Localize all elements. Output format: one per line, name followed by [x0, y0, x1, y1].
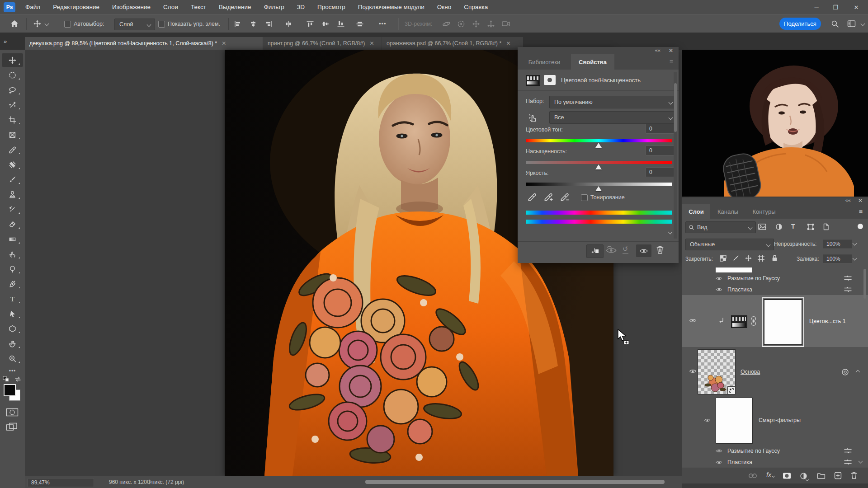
eyedropper-sample-button[interactable]: [528, 192, 537, 202]
tab-properties[interactable]: Свойства: [571, 54, 614, 70]
lock-transparency-icon[interactable]: [720, 255, 726, 262]
filter-blend-options-icon[interactable]: [844, 459, 852, 465]
opacity-input[interactable]: 100%: [823, 239, 852, 249]
colorize-checkbox[interactable]: [581, 194, 588, 201]
layer-row-base[interactable]: Основа: [682, 348, 868, 395]
new-layer-button[interactable]: [834, 472, 842, 479]
window-minimize-button[interactable]: ─: [807, 0, 826, 14]
filtering-toggle[interactable]: [858, 224, 863, 229]
smart-filters-row[interactable]: Смарт-фильтры: [682, 396, 868, 444]
document-tab-3[interactable]: оранжевая.psd @ 66,7% (Слой 1, RGB/8#) *…: [382, 37, 523, 50]
eraser-tool[interactable]: [2, 217, 23, 231]
visibility-toggle[interactable]: [713, 287, 725, 292]
more-options-button[interactable]: •••: [379, 20, 387, 27]
filter-mask-thumbnail[interactable]: [716, 398, 753, 444]
pen-tool[interactable]: [2, 277, 23, 291]
tab-close-icon[interactable]: ✕: [506, 40, 510, 47]
marquee-tool[interactable]: [2, 68, 23, 82]
align-left-button[interactable]: [234, 21, 241, 27]
layer-name[interactable]: Основа: [741, 369, 760, 375]
adjustment-layer-thumbnail[interactable]: [731, 315, 747, 328]
menu-image[interactable]: Изображение: [106, 0, 157, 14]
hue-slider-track[interactable]: [526, 139, 672, 142]
preset-dropdown[interactable]: По умолчанию: [549, 96, 677, 108]
collapse-panel-icon[interactable]: ««: [655, 47, 660, 53]
opacity-chevron-icon[interactable]: [853, 241, 857, 246]
smart-filters-indicator-icon[interactable]: [841, 368, 849, 376]
screen-mode-button[interactable]: [6, 422, 18, 432]
eyedropper-subtract-button[interactable]: [560, 192, 569, 202]
scroll-down-icon[interactable]: [668, 230, 673, 235]
show-transform-controls-checkbox[interactable]: [158, 21, 165, 28]
share-button[interactable]: Поделиться: [779, 18, 821, 30]
targeted-adjustment-icon[interactable]: [527, 112, 537, 122]
menu-filter[interactable]: Фильтр: [257, 0, 290, 14]
workspace-chevron-icon[interactable]: [861, 22, 865, 26]
filter-shape-layers-icon[interactable]: [807, 223, 814, 230]
saturation-slider-thumb[interactable]: [595, 164, 602, 169]
filter-smart-objects-icon[interactable]: [823, 223, 829, 230]
saturation-value-input[interactable]: 0: [646, 145, 675, 155]
align-bottom-button[interactable]: [337, 21, 344, 27]
clone-stamp-tool[interactable]: [2, 188, 23, 201]
saturation-slider-track[interactable]: [526, 161, 672, 164]
add-adjustment-button[interactable]: [800, 472, 807, 480]
path-selection-tool[interactable]: [2, 307, 23, 320]
delete-adjustment-button[interactable]: [656, 245, 664, 254]
lightness-value-input[interactable]: 0: [646, 167, 675, 177]
layer-thumbnail[interactable]: [698, 349, 736, 394]
close-panel-icon[interactable]: ✕: [858, 197, 863, 204]
object-selection-tool[interactable]: [2, 98, 23, 112]
properties-scrollbar[interactable]: [674, 72, 677, 239]
visibility-toggle[interactable]: [689, 318, 697, 323]
search-button[interactable]: [831, 20, 839, 28]
tab-layers[interactable]: Слои: [682, 204, 710, 219]
zoom-level-input[interactable]: 89,47%: [28, 478, 94, 487]
distribute-h-button[interactable]: [285, 21, 292, 27]
toggle-visibility-button[interactable]: [636, 244, 651, 257]
crop-tool[interactable]: [2, 113, 23, 127]
gradient-tool[interactable]: [2, 232, 23, 246]
document-tab-2[interactable]: принт.png @ 66,7% (Слой 1, RGB/8#)✕: [263, 37, 386, 50]
history-brush-tool[interactable]: [2, 202, 23, 216]
document-tab-active[interactable]: девушка.png @ 89,5% (Цветовой тон/Насыще…: [25, 37, 267, 50]
filter-adjustment-layers-icon[interactable]: [775, 223, 783, 230]
fill-chevron-icon[interactable]: [853, 256, 857, 261]
move-tool[interactable]: [2, 53, 23, 67]
lightness-slider-thumb[interactable]: [595, 186, 602, 191]
layer-style-button[interactable]: fx: [766, 471, 774, 479]
fill-input[interactable]: 100%: [823, 254, 852, 264]
type-tool[interactable]: T: [2, 292, 23, 305]
lasso-tool[interactable]: [2, 83, 23, 97]
visibility-toggle[interactable]: [689, 369, 697, 374]
visibility-toggle[interactable]: [713, 276, 725, 281]
swap-colors-icon[interactable]: [14, 376, 21, 382]
menu-layers[interactable]: Слои: [157, 0, 184, 14]
autoselect-target-dropdown[interactable]: Слой: [114, 19, 155, 30]
filter-type-layers-icon[interactable]: T: [791, 223, 795, 230]
quick-mask-button[interactable]: [6, 408, 19, 417]
align-middle-v-button[interactable]: [322, 21, 329, 27]
lock-all-icon[interactable]: [771, 254, 778, 262]
tab-libraries[interactable]: Библиотеки: [518, 54, 571, 70]
add-mask-button[interactable]: [783, 472, 791, 479]
expand-tabs-icon[interactable]: »: [4, 38, 7, 45]
layer-name[interactable]: Цветов...сть 1: [809, 318, 846, 324]
filter-pixel-layers-icon[interactable]: [758, 223, 766, 230]
collapse-effects-icon[interactable]: [856, 370, 860, 375]
collapse-panel-icon[interactable]: ««: [845, 197, 851, 203]
channel-dropdown[interactable]: Все: [549, 111, 677, 124]
blend-mode-dropdown[interactable]: Обычные: [685, 239, 774, 250]
menu-select[interactable]: Выделение: [212, 0, 258, 14]
distribute-v-button[interactable]: [356, 21, 363, 27]
hand-tool[interactable]: [2, 337, 23, 350]
menu-file[interactable]: Файл: [19, 0, 47, 14]
smart-filter-row[interactable]: Размытие по Гауссу: [682, 445, 868, 456]
mask-link-icon[interactable]: [751, 315, 756, 328]
shape-tool[interactable]: [2, 322, 23, 335]
tab-paths[interactable]: Контуры: [745, 204, 783, 219]
hue-slider-thumb[interactable]: [595, 143, 602, 148]
visibility-toggle[interactable]: [713, 460, 725, 465]
menu-type[interactable]: Текст: [184, 0, 212, 14]
tab-channels[interactable]: Каналы: [710, 204, 745, 219]
